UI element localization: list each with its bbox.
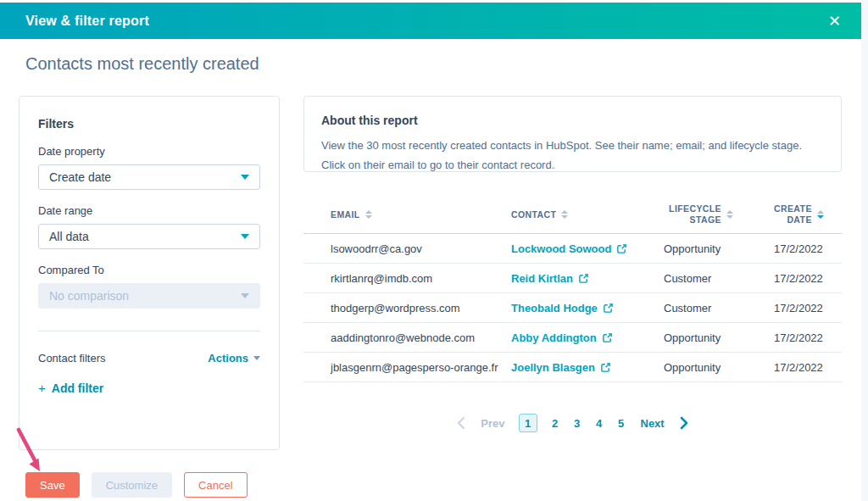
page-button[interactable]: 5: [617, 417, 626, 430]
column-label: EMAIL: [331, 209, 360, 220]
add-filter-link[interactable]: + Add filter: [38, 381, 260, 395]
column-label: LIFECYCLE STAGE: [669, 203, 721, 225]
email-cell: jblasgenrn@pagesperso-orange.fr: [331, 361, 511, 374]
chevron-right-icon[interactable]: [678, 415, 690, 431]
about-report-card: About this report View the 30 most recen…: [303, 96, 842, 172]
modal-header: View & filter report ✕: [0, 3, 861, 39]
table-row: thodgerp@wordpress.com Theobald Hodge Cu…: [303, 293, 842, 323]
table-row: lsowoodrr@ca.gov Lockwood Sowood Opportu…: [303, 234, 842, 264]
column-label: CONTACT: [511, 209, 556, 220]
date-range-value: All data: [49, 230, 89, 243]
page-button[interactable]: 4: [595, 417, 604, 430]
chevron-down-icon: [241, 175, 249, 180]
contact-link[interactable]: Lockwood Sowood: [511, 242, 627, 255]
date-property-label: Date property: [38, 145, 260, 158]
filters-panel: Filters Date property Create date Date r…: [19, 96, 280, 450]
lifecycle-stage-cell: Customer: [664, 302, 774, 315]
contact-name: Theobald Hodge: [511, 302, 598, 315]
page-button[interactable]: 3: [573, 417, 581, 430]
footer-actions: Save Customize Cancel: [25, 472, 248, 498]
sort-icon: [365, 210, 372, 219]
contact-link[interactable]: Abby Addington: [511, 331, 613, 344]
panel-divider: [38, 331, 260, 331]
contact-name: Reid Kirtlan: [511, 272, 573, 285]
cancel-button[interactable]: Cancel: [184, 472, 247, 498]
add-filter-label: Add filter: [52, 381, 103, 395]
plus-icon: +: [38, 381, 46, 395]
save-button[interactable]: Save: [25, 472, 80, 498]
actions-dropdown[interactable]: Actions: [208, 352, 260, 365]
contact-name: Abby Addington: [511, 331, 597, 344]
lifecycle-stage-cell: Opportunity: [664, 331, 774, 344]
about-report-body: View the 30 most recently created contac…: [321, 136, 824, 172]
table-row: aaddingtonro@webnode.com Abby Addington …: [303, 323, 842, 353]
report-table: EMAIL CONTACT LIFECYCLE STAGE CREATE DAT…: [303, 195, 842, 382]
sort-desc-icon: [817, 210, 824, 219]
contact-link[interactable]: Theobald Hodge: [511, 302, 614, 315]
column-label: CREATE DATE: [774, 203, 812, 225]
create-date-cell: 17/2/2022: [774, 361, 823, 374]
create-date-cell: 17/2/2022: [774, 331, 823, 344]
about-report-heading: About this report: [321, 114, 824, 127]
column-header-create-date[interactable]: CREATE DATE: [774, 203, 824, 225]
contact-link[interactable]: Joellyn Blasgen: [511, 361, 611, 374]
chevron-down-icon: [241, 234, 249, 239]
lifecycle-stage-cell: Customer: [664, 272, 774, 285]
compared-to-select: No comparison: [38, 283, 260, 309]
contact-filters-label: Contact filters: [38, 352, 105, 365]
external-link-icon: [602, 332, 613, 343]
sort-icon: [726, 210, 733, 219]
email-cell: aaddingtonro@webnode.com: [331, 331, 511, 344]
column-header-email[interactable]: EMAIL: [331, 209, 511, 220]
customize-button: Customize: [92, 472, 172, 498]
external-link-icon: [603, 303, 614, 314]
contact-link[interactable]: Reid Kirtlan: [511, 272, 589, 285]
compared-to-label: Compared To: [38, 264, 260, 276]
table-row: rkirtlanrq@imdb.com Reid Kirtlan Custome…: [303, 264, 842, 293]
date-property-select[interactable]: Create date: [38, 164, 260, 190]
email-cell: lsowoodrr@ca.gov: [331, 242, 511, 255]
modal-title: View & filter report: [25, 14, 149, 29]
column-header-contact[interactable]: CONTACT: [511, 209, 664, 220]
chevron-down-icon: [241, 293, 249, 298]
column-header-lifecycle-stage[interactable]: LIFECYCLE STAGE: [664, 203, 774, 225]
close-icon[interactable]: ✕: [828, 14, 841, 29]
compared-to-value: No comparison: [49, 289, 129, 303]
contact-name: Joellyn Blasgen: [511, 361, 595, 374]
filters-heading: Filters: [38, 117, 260, 131]
pagination: Prev 1 2 3 4 5 Next: [303, 414, 842, 432]
date-range-label: Date range: [38, 204, 260, 217]
create-date-cell: 17/2/2022: [774, 302, 823, 315]
external-link-icon: [600, 362, 611, 373]
lifecycle-stage-cell: Opportunity: [664, 361, 774, 374]
page-background-strip: [861, 0, 868, 501]
chevron-down-icon: [253, 356, 260, 360]
next-page-button[interactable]: Next: [641, 417, 665, 430]
actions-label: Actions: [208, 352, 248, 365]
page-button-current[interactable]: 1: [519, 414, 537, 432]
date-property-value: Create date: [49, 170, 111, 184]
prev-page-button: Prev: [481, 417, 504, 430]
external-link-icon: [616, 243, 627, 254]
table-header-row: EMAIL CONTACT LIFECYCLE STAGE CREATE DAT…: [303, 195, 842, 234]
external-link-icon: [578, 273, 589, 284]
page-title: Contacts most recently created: [25, 54, 259, 74]
email-cell: thodgerp@wordpress.com: [331, 302, 511, 315]
lifecycle-stage-cell: Opportunity: [664, 242, 774, 255]
create-date-cell: 17/2/2022: [774, 272, 823, 285]
contact-name: Lockwood Sowood: [511, 242, 611, 255]
date-range-select[interactable]: All data: [38, 224, 260, 249]
create-date-cell: 17/2/2022: [774, 242, 823, 255]
sort-icon: [561, 210, 568, 219]
chevron-left-icon: [455, 415, 467, 431]
page-button[interactable]: 2: [551, 417, 559, 430]
table-row: jblasgenrn@pagesperso-orange.fr Joellyn …: [303, 353, 842, 382]
email-cell: rkirtlanrq@imdb.com: [331, 272, 511, 285]
